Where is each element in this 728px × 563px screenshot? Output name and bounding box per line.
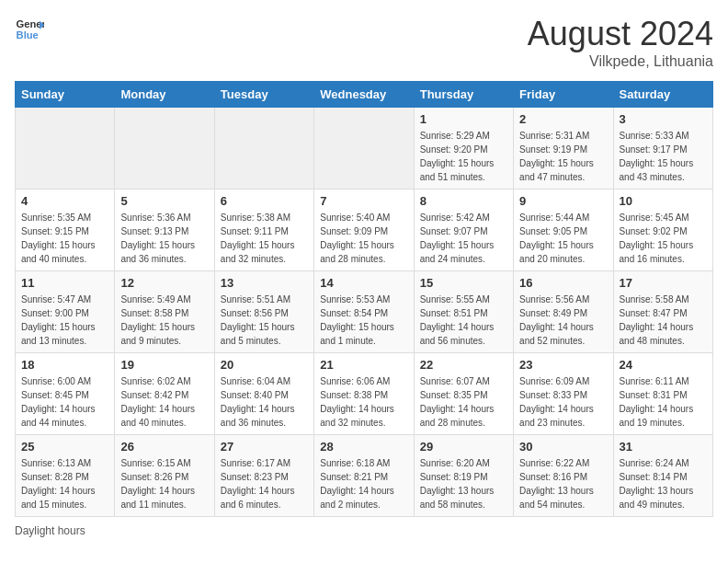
day-number: 15	[420, 276, 507, 290]
day-info: Sunrise: 5:55 AM Sunset: 8:51 PM Dayligh…	[420, 293, 507, 348]
day-info: Sunrise: 6:13 AM Sunset: 8:28 PM Dayligh…	[21, 456, 108, 511]
day-number: 25	[21, 440, 108, 454]
calendar-week-2: 11Sunrise: 5:47 AM Sunset: 9:00 PM Dayli…	[16, 271, 713, 353]
calendar-cell: 16Sunrise: 5:56 AM Sunset: 8:49 PM Dayli…	[514, 271, 613, 353]
header-cell-tuesday: Tuesday	[214, 82, 313, 108]
day-number: 21	[320, 358, 407, 372]
calendar-cell: 21Sunrise: 6:06 AM Sunset: 8:38 PM Dayli…	[314, 353, 414, 435]
calendar-cell: 6Sunrise: 5:38 AM Sunset: 9:11 PM Daylig…	[214, 190, 313, 271]
day-info: Sunrise: 6:15 AM Sunset: 8:26 PM Dayligh…	[120, 456, 208, 511]
calendar-body: 1Sunrise: 5:29 AM Sunset: 9:20 PM Daylig…	[16, 108, 713, 517]
logo: General Blue	[15, 15, 44, 44]
day-info: Sunrise: 5:31 AM Sunset: 9:19 PM Dayligh…	[519, 129, 607, 184]
calendar-cell	[314, 108, 414, 190]
day-info: Sunrise: 5:33 AM Sunset: 9:17 PM Dayligh…	[620, 129, 707, 184]
location-title: Vilkpede, Lithuania	[528, 53, 713, 70]
day-info: Sunrise: 5:51 AM Sunset: 8:56 PM Dayligh…	[221, 293, 308, 348]
day-number: 5	[120, 194, 208, 208]
calendar-week-0: 1Sunrise: 5:29 AM Sunset: 9:20 PM Daylig…	[16, 108, 713, 190]
calendar-cell: 22Sunrise: 6:07 AM Sunset: 8:35 PM Dayli…	[414, 353, 513, 435]
day-info: Sunrise: 6:02 AM Sunset: 8:42 PM Dayligh…	[120, 374, 208, 430]
day-number: 28	[320, 440, 407, 454]
day-info: Sunrise: 5:56 AM Sunset: 8:49 PM Dayligh…	[519, 293, 607, 348]
calendar-cell: 24Sunrise: 6:11 AM Sunset: 8:31 PM Dayli…	[613, 353, 712, 435]
calendar-cell: 4Sunrise: 5:35 AM Sunset: 9:15 PM Daylig…	[16, 190, 115, 271]
calendar-cell: 17Sunrise: 5:58 AM Sunset: 8:47 PM Dayli…	[613, 271, 712, 353]
calendar-header: SundayMondayTuesdayWednesdayThursdayFrid…	[16, 82, 713, 108]
calendar-cell: 5Sunrise: 5:36 AM Sunset: 9:13 PM Daylig…	[115, 190, 214, 271]
calendar-cell: 29Sunrise: 6:20 AM Sunset: 8:19 PM Dayli…	[414, 435, 513, 517]
day-number: 4	[21, 194, 108, 208]
day-number: 12	[120, 276, 208, 290]
day-number: 14	[320, 276, 407, 290]
day-number: 22	[420, 358, 507, 372]
day-number: 8	[420, 194, 507, 208]
day-info: Sunrise: 6:06 AM Sunset: 8:38 PM Dayligh…	[320, 374, 407, 430]
day-number: 7	[320, 194, 407, 208]
day-number: 27	[221, 440, 308, 454]
day-info: Sunrise: 6:22 AM Sunset: 8:16 PM Dayligh…	[519, 456, 607, 511]
calendar-cell: 9Sunrise: 5:44 AM Sunset: 9:05 PM Daylig…	[514, 190, 613, 271]
day-number: 13	[221, 276, 308, 290]
day-info: Sunrise: 6:00 AM Sunset: 8:45 PM Dayligh…	[21, 374, 108, 430]
header-cell-friday: Friday	[514, 82, 613, 108]
calendar-cell: 2Sunrise: 5:31 AM Sunset: 9:19 PM Daylig…	[514, 108, 613, 190]
day-info: Sunrise: 5:44 AM Sunset: 9:05 PM Dayligh…	[519, 211, 607, 266]
calendar-cell: 12Sunrise: 5:49 AM Sunset: 8:58 PM Dayli…	[115, 271, 214, 353]
day-number: 2	[519, 112, 607, 126]
calendar-cell: 8Sunrise: 5:42 AM Sunset: 9:07 PM Daylig…	[414, 190, 513, 271]
calendar-cell: 13Sunrise: 5:51 AM Sunset: 8:56 PM Dayli…	[214, 271, 313, 353]
calendar-cell: 1Sunrise: 5:29 AM Sunset: 9:20 PM Daylig…	[414, 108, 513, 190]
header-cell-saturday: Saturday	[613, 82, 712, 108]
day-info: Sunrise: 6:18 AM Sunset: 8:21 PM Dayligh…	[320, 456, 407, 511]
day-number: 3	[620, 112, 707, 126]
day-number: 20	[221, 358, 308, 372]
calendar-table: SundayMondayTuesdayWednesdayThursdayFrid…	[15, 81, 713, 517]
day-info: Sunrise: 6:04 AM Sunset: 8:40 PM Dayligh…	[221, 374, 308, 430]
day-number: 19	[120, 358, 208, 372]
day-info: Sunrise: 5:45 AM Sunset: 9:02 PM Dayligh…	[620, 211, 707, 266]
day-number: 18	[21, 358, 108, 372]
header-cell-sunday: Sunday	[16, 82, 115, 108]
calendar-cell: 18Sunrise: 6:00 AM Sunset: 8:45 PM Dayli…	[16, 353, 115, 435]
day-info: Sunrise: 5:35 AM Sunset: 9:15 PM Dayligh…	[21, 211, 108, 266]
day-info: Sunrise: 5:36 AM Sunset: 9:13 PM Dayligh…	[120, 211, 208, 266]
day-number: 11	[21, 276, 108, 290]
month-title: August 2024	[528, 15, 713, 53]
header-cell-monday: Monday	[115, 82, 214, 108]
calendar-cell: 25Sunrise: 6:13 AM Sunset: 8:28 PM Dayli…	[16, 435, 115, 517]
calendar-cell: 19Sunrise: 6:02 AM Sunset: 8:42 PM Dayli…	[115, 353, 214, 435]
day-number: 1	[420, 112, 507, 126]
calendar-cell: 7Sunrise: 5:40 AM Sunset: 9:09 PM Daylig…	[314, 190, 414, 271]
day-number: 10	[620, 194, 707, 208]
day-number: 24	[620, 358, 707, 372]
calendar-cell: 23Sunrise: 6:09 AM Sunset: 8:33 PM Dayli…	[514, 353, 613, 435]
calendar-cell: 11Sunrise: 5:47 AM Sunset: 9:00 PM Dayli…	[16, 271, 115, 353]
calendar-week-3: 18Sunrise: 6:00 AM Sunset: 8:45 PM Dayli…	[16, 353, 713, 435]
calendar-cell: 30Sunrise: 6:22 AM Sunset: 8:16 PM Dayli…	[514, 435, 613, 517]
day-number: 29	[420, 440, 507, 454]
day-info: Sunrise: 5:53 AM Sunset: 8:54 PM Dayligh…	[320, 293, 407, 348]
footer-note: Daylight hours	[15, 524, 713, 537]
header-cell-wednesday: Wednesday	[314, 82, 414, 108]
day-number: 16	[519, 276, 607, 290]
day-info: Sunrise: 6:11 AM Sunset: 8:31 PM Dayligh…	[620, 374, 707, 430]
svg-text:Blue: Blue	[17, 29, 39, 40]
day-info: Sunrise: 6:17 AM Sunset: 8:23 PM Dayligh…	[221, 456, 308, 511]
day-number: 31	[620, 440, 707, 454]
calendar-cell	[115, 108, 214, 190]
day-info: Sunrise: 6:20 AM Sunset: 8:19 PM Dayligh…	[420, 456, 507, 511]
day-info: Sunrise: 5:47 AM Sunset: 9:00 PM Dayligh…	[21, 293, 108, 348]
day-info: Sunrise: 5:49 AM Sunset: 8:58 PM Dayligh…	[120, 293, 208, 348]
header-cell-thursday: Thursday	[414, 82, 513, 108]
calendar-cell: 15Sunrise: 5:55 AM Sunset: 8:51 PM Dayli…	[414, 271, 513, 353]
title-area: August 2024 Vilkpede, Lithuania	[528, 15, 713, 70]
day-info: Sunrise: 5:42 AM Sunset: 9:07 PM Dayligh…	[420, 211, 507, 266]
day-number: 30	[519, 440, 607, 454]
logo-icon: General Blue	[15, 15, 44, 44]
calendar-cell: 20Sunrise: 6:04 AM Sunset: 8:40 PM Dayli…	[214, 353, 313, 435]
day-info: Sunrise: 6:09 AM Sunset: 8:33 PM Dayligh…	[519, 374, 607, 430]
day-number: 6	[221, 194, 308, 208]
calendar-cell: 3Sunrise: 5:33 AM Sunset: 9:17 PM Daylig…	[613, 108, 712, 190]
day-number: 17	[620, 276, 707, 290]
